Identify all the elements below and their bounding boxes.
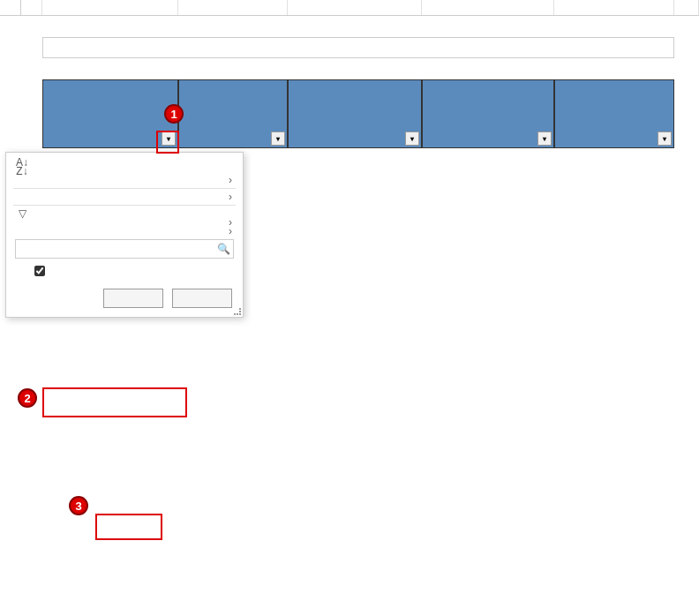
ok-button[interactable] <box>103 289 163 308</box>
header-hplc: ▾ <box>178 79 288 148</box>
filter-search[interactable]: 🔍 <box>15 239 234 259</box>
search-icon: 🔍 <box>217 243 229 255</box>
col-header-A[interactable] <box>21 0 42 15</box>
filter-by-color <box>6 218 243 227</box>
callout-3: 3 <box>69 496 88 515</box>
col-header-C[interactable] <box>178 0 288 15</box>
header-compounds-supplier: ▾ <box>288 79 422 148</box>
column-headers <box>0 0 699 16</box>
filter-button-name[interactable]: ▾ <box>162 131 176 146</box>
sheet-title <box>42 37 674 58</box>
col-header-B[interactable] <box>42 0 178 15</box>
sort-z-a[interactable]: Z↓ <box>6 167 243 176</box>
col-header-G[interactable] <box>674 0 699 15</box>
cancel-button[interactable] <box>172 289 232 308</box>
col-header-F[interactable] <box>554 0 674 15</box>
filter-button-hplc[interactable]: ▾ <box>271 131 285 146</box>
text-filters[interactable] <box>6 227 243 236</box>
filter-menu: A↓ Z↓ ▽ 🔍 <box>5 152 244 318</box>
resize-handle-icon[interactable] <box>234 308 241 315</box>
sheet-view <box>6 192 243 201</box>
filter-checklist <box>31 262 234 280</box>
separator <box>13 205 236 206</box>
filter-button-f[interactable]: ▾ <box>658 131 672 146</box>
callout-2: 2 <box>18 388 37 408</box>
select-all-checkbox[interactable] <box>31 262 234 280</box>
col-header-D[interactable] <box>288 0 422 15</box>
sort-by-color[interactable] <box>6 176 243 184</box>
select-all-corner[interactable] <box>0 0 21 15</box>
clear-filter: ▽ <box>6 209 243 218</box>
callout-1: 1 <box>164 104 184 124</box>
filter-button-d[interactable]: ▾ <box>405 131 419 146</box>
table-header-row: ▾ ▾ ▾ ▾ ▾ <box>42 79 674 148</box>
filter-button-e[interactable]: ▾ <box>537 131 552 146</box>
separator <box>13 188 236 189</box>
col-header-E[interactable] <box>422 0 554 15</box>
search-input[interactable] <box>19 242 217 256</box>
header-assistant: ▾ <box>554 79 674 148</box>
sort-a-z[interactable]: A↓ <box>6 158 243 167</box>
header-name: ▾ <box>42 79 178 148</box>
header-compounds-lab: ▾ <box>422 79 554 148</box>
